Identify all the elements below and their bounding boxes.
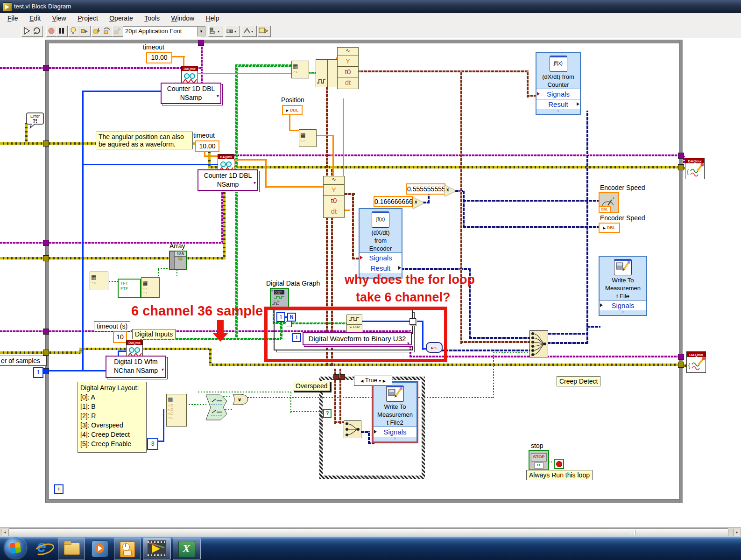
encoder-speed-numeric-indicator[interactable]: ▶ DBL [599, 223, 620, 233]
merge-signals-node-large[interactable] [529, 330, 548, 359]
merge-signals-node[interactable] [344, 420, 361, 440]
array-indicator[interactable]: 123 TF [169, 251, 187, 270]
counter-selector-1-dropdown-icon[interactable]: ▾ [217, 91, 219, 100]
menu-edit[interactable]: Edit [25, 13, 45, 23]
while-loop-border-top[interactable] [45, 40, 683, 43]
scale-constant-b[interactable]: 0.166666666 [374, 196, 413, 207]
distribute-objects-button[interactable]: ▾ [225, 26, 240, 37]
font-selector[interactable]: 20pt Application Font [123, 26, 201, 38]
stop-button-terminal[interactable]: STOP TF [529, 450, 549, 470]
scroll-left-icon[interactable]: ◂ [1, 529, 9, 537]
wire [527, 70, 529, 98]
digital-selector-dropdown-icon[interactable]: ▾ [162, 365, 164, 374]
dxdt-counter-signals-row[interactable]: Signals [536, 89, 580, 99]
pause-button[interactable] [56, 26, 68, 37]
while-loop-border-right[interactable] [679, 40, 683, 503]
while-loop-border-bottom[interactable] [45, 499, 683, 503]
highlight-execution-icon[interactable] [68, 26, 79, 37]
index-array-node-multi[interactable]: ▦ ∙: □∙: □∙: □∙: □ [166, 394, 187, 427]
while-loop-border-left[interactable] [45, 40, 49, 503]
dxdt-counter-result-row[interactable]: Result [536, 99, 580, 109]
menu-operate[interactable]: Operate [105, 13, 138, 23]
stop-button-face[interactable]: STOP [531, 453, 547, 462]
position-indicator[interactable]: ▶ DBL [282, 105, 303, 115]
case-prev-arrow-icon[interactable]: ◀ [360, 379, 363, 383]
expand-chevron-icon[interactable]: ∨ [374, 437, 416, 441]
scale-constant-a[interactable]: 0.555555555 [406, 183, 445, 195]
digital-selector[interactable]: Digital 1D Wfm NChan NSamp ▾ [106, 356, 166, 378]
timeout3-constant[interactable]: 10 [113, 331, 127, 343]
outlook-icon[interactable] [114, 538, 141, 560]
windows-explorer-icon[interactable] [58, 538, 85, 560]
run-continuous-button[interactable] [32, 26, 43, 37]
expand-chevron-icon[interactable]: ∨ [536, 109, 580, 114]
build-waveform-node[interactable]: ∿ Y t0 dt [323, 176, 345, 218]
menu-view[interactable]: View [48, 13, 71, 23]
labview-taskbar-icon[interactable] [143, 538, 171, 560]
reor-resize-button[interactable]: ▾ [242, 26, 257, 37]
media-player-icon[interactable] [91, 539, 109, 558]
boolean-array-constant[interactable]: TFTFTF [118, 279, 141, 298]
overspeed-label: Overspeed [293, 381, 330, 391]
or-gate-node[interactable]: ∨ [232, 393, 249, 407]
number-of-samples-label: er of samples [0, 356, 47, 366]
internet-explorer-icon[interactable]: e [34, 539, 52, 557]
case-next-arrow-icon[interactable]: ▶ [383, 379, 386, 383]
encoder-speed-gauge-indicator[interactable]: 50 DBL [599, 192, 619, 213]
align-objects-button[interactable]: ▾ [208, 26, 223, 37]
case-dropdown-icon[interactable]: ▾ [379, 378, 381, 383]
boolean-crossing-node[interactable] [205, 394, 228, 422]
array-grid-icon: ▦ [91, 274, 96, 280]
menu-help[interactable]: Help [201, 13, 224, 23]
counter-selector-2-dropdown-icon[interactable]: ▾ [254, 178, 256, 187]
excel-icon[interactable]: X [173, 538, 201, 560]
retain-wire-values-icon[interactable] [79, 26, 91, 37]
scroll-right-icon[interactable]: ▸ [733, 529, 741, 537]
run-button[interactable] [21, 26, 33, 37]
dt-input: dt [324, 206, 344, 217]
menu-window[interactable]: Window [166, 13, 199, 23]
counter-selector-1[interactable]: Counter 1D DBL NSamp ▾ [161, 83, 221, 104]
while-iteration-terminal[interactable]: i [54, 484, 64, 494]
start-button[interactable] [5, 537, 26, 559]
abort-button[interactable] [46, 26, 57, 37]
dxdt-from-encoder-vi[interactable]: ∫f(x) (dX/dt) from Encoder Signals Resul… [359, 208, 402, 279]
error-dialog-icon[interactable]: Error ?! [26, 112, 45, 131]
menu-tools[interactable]: Tools [140, 13, 164, 23]
index-array-node[interactable]: ▦ ∙: ▫ [299, 129, 317, 147]
step-out-button[interactable] [112, 26, 123, 37]
write-to-measurement-file-vi[interactable]: Write To Measuremen t File Signals ∨ [599, 256, 647, 316]
scrollbar-thumb[interactable] [8, 528, 728, 537]
index-array-node[interactable]: ▦ ∙: ▫ [90, 272, 108, 290]
daqmx-clear-task-icon[interactable]: DAQmx { [686, 351, 706, 375]
dxdt-from-counter-vi[interactable]: ∫f(x) (dX/dt) from Counter Signals Resul… [536, 52, 581, 115]
cleanup-diagram-button[interactable] [258, 26, 271, 37]
daqmx-clear-task-icon[interactable]: DAQmx { [685, 158, 705, 181]
menu-file[interactable]: File [3, 13, 23, 23]
counter-selector-2[interactable]: Counter 1D DBL NSamp ▾ [198, 169, 258, 191]
number-of-samples-constant[interactable]: 1 [33, 367, 43, 378]
title-bar[interactable]: test.vi Block Diagram [0, 0, 741, 13]
expand-chevron-icon[interactable]: ∨ [600, 310, 646, 315]
build-waveform-node[interactable]: ∿ Y t0 dt [337, 47, 359, 89]
font-selector-dropdown-icon[interactable]: ▾ [197, 26, 205, 36]
index-constant[interactable]: 3 [147, 438, 158, 450]
loop-condition-terminal[interactable] [554, 459, 564, 469]
write-to-measurement-file2-vi[interactable]: Write To Measuremen t File2 Signals ∨ [373, 382, 417, 442]
index-array-node[interactable]: ▦ ∙: ▫∙: ▫ [141, 277, 160, 298]
case-selector[interactable]: ◀ True ▾ ▶ [354, 376, 392, 386]
timeout1-constant[interactable]: 10.00 [146, 52, 172, 63]
horizontal-scrollbar[interactable]: ◂ ▸ [0, 527, 741, 537]
write1-signals-row[interactable]: Signals [600, 300, 646, 310]
timeout2-constant[interactable]: 10.00 [195, 140, 219, 152]
dxdt-encoder-result-row[interactable]: Result [360, 263, 402, 273]
write2-signals-row[interactable]: Signals [374, 427, 416, 437]
step-into-button[interactable] [92, 26, 103, 37]
angular-comment: The angular position can also be aquired… [96, 132, 193, 149]
always-run-label: Always Run this loop [526, 470, 593, 480]
index-array-node[interactable]: ▦ ∙: ▫ [291, 61, 309, 78]
menu-project[interactable]: Project [73, 13, 103, 23]
step-over-button[interactable] [102, 26, 113, 37]
dxdt-encoder-signals-row[interactable]: Signals [360, 252, 402, 263]
dt-input: dt [338, 77, 358, 88]
